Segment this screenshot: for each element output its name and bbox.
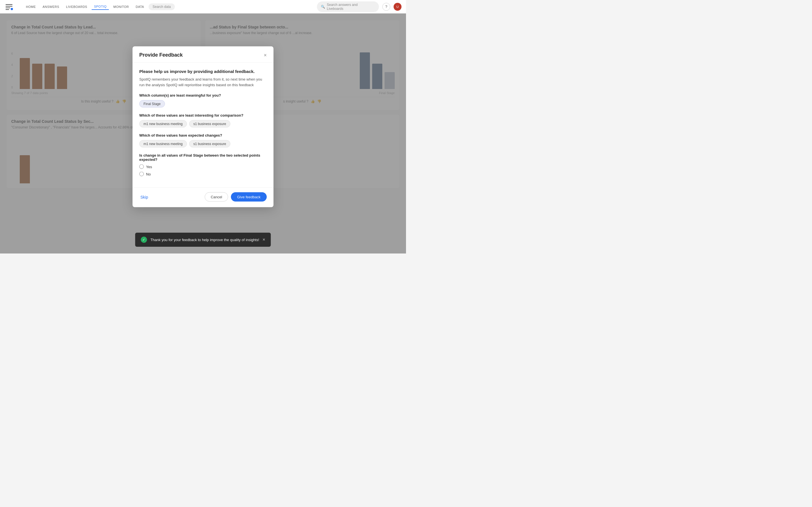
modal-body: Please help us improve by providing addi… xyxy=(133,63,273,187)
tag-s1-business-exposure-2[interactable]: s1 business exposure xyxy=(189,140,231,148)
modal-intro-title: Please help us improve by providing addi… xyxy=(139,68,267,74)
section-values-comparison: Which of these values are least interest… xyxy=(139,113,267,128)
modal-title: Provide Feedback xyxy=(139,52,183,58)
radio-yes-input[interactable] xyxy=(139,165,144,169)
radio-no-label: No xyxy=(146,172,151,176)
user-avatar[interactable]: U xyxy=(394,3,402,11)
help-button[interactable]: ? xyxy=(382,3,390,11)
svg-point-4 xyxy=(11,8,13,10)
toast-close-button[interactable]: × xyxy=(262,237,265,242)
toast-text: Thank you for your feedback to help impr… xyxy=(150,238,259,242)
nav-home[interactable]: HOME xyxy=(24,4,38,10)
section3-tags: m1 new business meeting s1 business expo… xyxy=(139,140,267,148)
section4-label: Is change in all values of Final Stage b… xyxy=(139,153,267,162)
tag-m1-new-business-2[interactable]: m1 new business meeting xyxy=(139,140,187,148)
tag-m1-new-business-1[interactable]: m1 new business meeting xyxy=(139,120,187,128)
section-expected-changes: Which of these values have expected chan… xyxy=(139,133,267,148)
toast-notification: ✓ Thank you for your feedback to help im… xyxy=(135,233,271,247)
logo[interactable] xyxy=(4,2,13,11)
cancel-button[interactable]: Cancel xyxy=(205,192,228,202)
radio-no-input[interactable] xyxy=(139,172,144,176)
tag-s1-business-exposure-1[interactable]: s1 business exposure xyxy=(189,120,231,128)
tag-final-stage[interactable]: Final Stage xyxy=(139,100,165,108)
nav-spotiq[interactable]: SPOTIQ xyxy=(92,4,109,10)
section1-tags: Final Stage xyxy=(139,100,267,108)
nav-liveboards[interactable]: LIVEBOARDS xyxy=(64,4,89,10)
radio-yes-label: Yes xyxy=(146,165,152,169)
nav-data[interactable]: DATA xyxy=(133,4,146,10)
radio-group: Yes No xyxy=(139,165,267,176)
search-data-button[interactable]: Search data xyxy=(149,3,175,10)
section3-label: Which of these values have expected chan… xyxy=(139,133,267,137)
radio-no[interactable]: No xyxy=(139,172,267,176)
modal-footer-right: Cancel Give feedback xyxy=(205,192,267,202)
section2-tags: m1 new business meeting s1 business expo… xyxy=(139,120,267,128)
radio-yes[interactable]: Yes xyxy=(139,165,267,169)
nav-right: 🔍 Search answers and Liveboards ? U xyxy=(317,1,402,12)
nav-monitor[interactable]: MONITOR xyxy=(111,4,131,10)
search-icon: 🔍 xyxy=(321,5,325,9)
nav-answers[interactable]: ANSWERS xyxy=(40,4,61,10)
modal-close-button[interactable]: × xyxy=(264,52,267,57)
give-feedback-button[interactable]: Give feedback xyxy=(231,192,267,202)
modal-intro-text: SpotIQ remembers your feedback and learn… xyxy=(139,76,267,88)
section-columns: Which column(s) are least meaningful for… xyxy=(139,93,267,108)
search-answers-bar[interactable]: 🔍 Search answers and Liveboards xyxy=(317,1,379,12)
toast-check-icon: ✓ xyxy=(141,237,147,243)
skip-button[interactable]: Skip xyxy=(139,192,149,202)
section1-label: Which column(s) are least meaningful for… xyxy=(139,93,267,98)
nav-items: HOME ANSWERS LIVEBOARDS SPOTIQ MONITOR D… xyxy=(24,3,310,10)
section-expected-points: Is change in all values of Final Stage b… xyxy=(139,153,267,176)
modal-header: Provide Feedback × xyxy=(133,47,273,63)
navbar: HOME ANSWERS LIVEBOARDS SPOTIQ MONITOR D… xyxy=(0,0,406,13)
section2-label: Which of these values are least interest… xyxy=(139,113,267,117)
modal-footer: Skip Cancel Give feedback xyxy=(133,187,273,207)
provide-feedback-modal: Provide Feedback × Please help us improv… xyxy=(133,47,273,207)
